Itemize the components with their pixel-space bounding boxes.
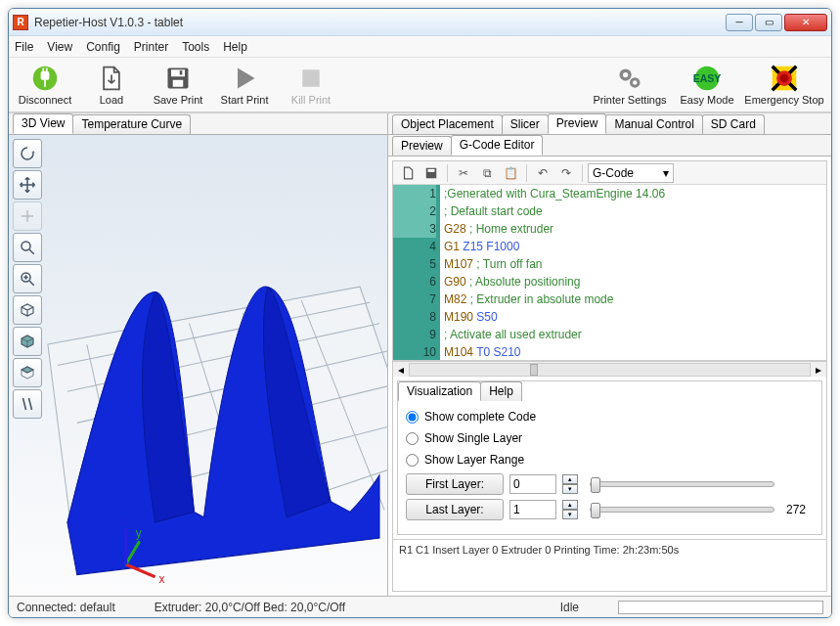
start-print-button[interactable]: Start Print [214,60,275,111]
menu-view[interactable]: View [47,40,72,54]
svg-text:EASY: EASY [693,71,721,83]
line-gutter: 12345678910 [393,185,440,360]
save-icon [164,65,192,92]
tab-preview[interactable]: Preview [548,113,607,134]
svg-rect-3 [46,67,48,71]
last-layer-slider[interactable] [590,507,774,513]
emergency-stop-icon [771,65,798,92]
menu-tools[interactable]: Tools [182,40,209,54]
viewport-toolbar [13,139,46,419]
isometric-view-button[interactable] [13,295,42,325]
menu-printer[interactable]: Printer [134,40,168,54]
radio-show-complete[interactable]: Show complete Code [406,407,814,426]
first-layer-input[interactable] [509,474,556,494]
load-button[interactable]: Load [81,60,142,111]
preview-subtabs: Preview G-Code Editor [388,135,831,156]
close-button[interactable]: ✕ [784,14,827,31]
svg-point-13 [633,80,637,84]
parallel-projection-button[interactable] [13,389,42,419]
undo-button[interactable]: ↶ [532,163,553,183]
max-layer-label: 272 [786,503,814,516]
kill-print-button: Kill Print [281,60,341,111]
first-layer-button[interactable]: First Layer: [406,473,504,495]
tab-object-placement[interactable]: Object Placement [392,114,503,134]
main-toolbar: Disconnect Load Save Print Start Print K… [9,58,831,112]
tab-sd-card[interactable]: SD Card [702,114,765,134]
first-layer-spinner[interactable]: ▴▾ [562,474,578,494]
move-object-button [13,201,42,231]
tab-3d-view[interactable]: 3D View [13,113,73,134]
code-editor[interactable]: 12345678910 ;Generated with Cura_SteamEn… [393,185,826,361]
play-icon [231,65,258,92]
svg-rect-45 [428,168,435,171]
svg-rect-4 [44,79,46,86]
paste-button[interactable]: 📋 [500,163,521,183]
emergency-stop-button[interactable]: Emergency Stop [743,60,825,111]
easy-icon: EASY [693,65,721,92]
radio-show-range[interactable]: Show Layer Range [406,450,814,470]
menu-file[interactable]: File [15,40,33,54]
progress-bar [618,601,823,614]
editor-statusbar: R1 C1 Insert Layer 0 Extruder 0 Printing… [393,539,826,559]
top-view-button[interactable] [13,358,42,387]
last-layer-spinner[interactable]: ▴▾ [562,500,578,519]
easy-mode-button[interactable]: EASY Easy Mode [677,60,737,111]
plug-icon [31,65,59,92]
save-file-button[interactable] [420,163,442,183]
move-view-button[interactable] [13,170,42,200]
copy-button[interactable]: ⧉ [476,163,498,183]
svg-text:y: y [136,526,143,540]
svg-rect-1 [41,71,50,80]
right-pane: Object Placement Slicer Preview Manual C… [388,113,831,596]
status-idle: Idle [560,601,579,614]
editor-hscrollbar[interactable]: ◂ ▸ [393,361,826,377]
menubar: File View Config Printer Tools Help [9,36,831,58]
left-tabs: 3D View Temperature Curve [9,113,387,135]
code-lines[interactable]: ;Generated with Cura_SteamEngine 14.06; … [440,185,826,360]
code-type-dropdown[interactable]: G-Code▾ [588,163,674,183]
tab-temperature-curve[interactable]: Temperature Curve [72,114,191,134]
svg-line-43 [29,398,32,410]
tab-manual-control[interactable]: Manual Control [605,114,702,134]
redo-button[interactable]: ↷ [555,163,577,183]
file-load-icon [98,65,125,92]
viztab-help[interactable]: Help [480,381,522,401]
chevron-down-icon: ▾ [663,166,669,180]
app-icon: R [13,15,28,30]
3d-viewport[interactable]: x y z [9,135,387,596]
status-temps: Extruder: 20,0°C/Off Bed: 20,0°C/Off [155,601,345,614]
rotate-view-button[interactable] [13,139,42,168]
save-print-button[interactable]: Save Print [148,60,208,111]
disconnect-button[interactable]: Disconnect [15,60,75,111]
editor-box: ✂ ⧉ 📋 ↶ ↷ G-Code▾ 12345678910 ;Generated… [392,160,827,592]
svg-rect-6 [171,69,185,76]
zoom-button[interactable] [13,233,42,262]
menu-help[interactable]: Help [223,40,247,54]
first-layer-slider[interactable] [590,481,774,487]
last-layer-input[interactable] [509,500,556,519]
subtab-gcode-editor[interactable]: G-Code Editor [451,135,544,156]
svg-point-18 [780,73,789,82]
svg-rect-7 [173,79,184,86]
right-tabs: Object Placement Slicer Preview Manual C… [388,113,831,135]
printer-settings-button[interactable]: Printer Settings [589,60,671,111]
gears-icon [616,65,643,92]
menu-config[interactable]: Config [86,40,120,54]
zoom-fit-button[interactable] [13,264,42,293]
minimize-button[interactable]: ─ [726,14,753,31]
visualization-panel: Visualization Help Show complete Code Sh… [397,380,822,535]
subtab-preview[interactable]: Preview [392,136,452,156]
svg-rect-9 [302,69,320,87]
cut-button[interactable]: ✂ [453,163,474,183]
radio-show-single[interactable]: Show Single Layer [406,428,814,448]
3d-scene: x y z [9,135,387,596]
stop-icon [297,65,325,92]
last-layer-button[interactable]: Last Layer: [406,499,504,520]
maximize-button[interactable]: ▭ [755,14,782,31]
viztab-visualization[interactable]: Visualization [398,381,481,401]
front-view-button[interactable] [13,327,42,356]
svg-line-42 [23,398,26,410]
svg-text:z: z [122,514,128,527]
new-file-button[interactable] [397,163,419,183]
tab-slicer[interactable]: Slicer [502,114,549,134]
